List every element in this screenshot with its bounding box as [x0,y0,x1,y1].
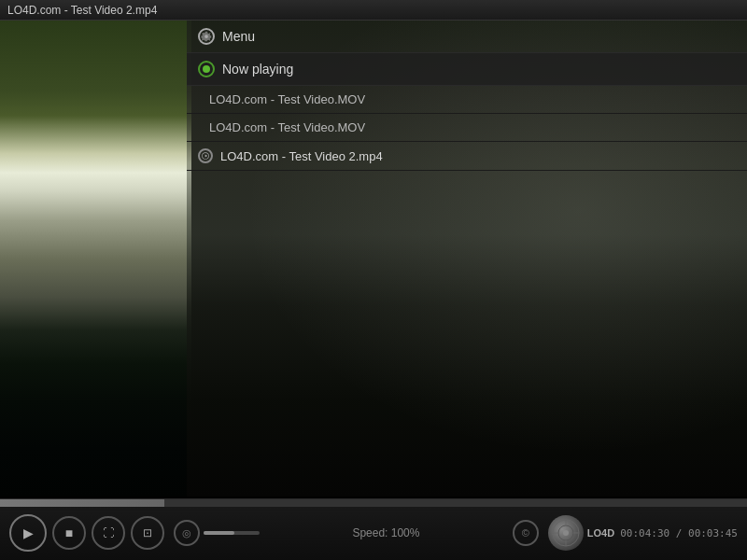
stop-button[interactable]: ■ [52,516,86,550]
playlist-item-3[interactable]: LO4D.com - Test Video 2.mp4 [187,142,747,171]
menu-overlay: Menu Now playing LO4D.com - Test Video.M… [187,21,747,171]
now-playing-item[interactable]: Now playing [187,53,747,86]
progress-fill [0,499,164,507]
title-bar: LO4D.com - Test Video 2.mp4 [0,0,747,21]
volume-fill [204,531,234,535]
playlist-item-3-label: LO4D.com - Test Video 2.mp4 [220,149,383,163]
window-title: LO4D.com - Test Video 2.mp4 [7,4,157,17]
copyright-button[interactable]: © [513,520,539,546]
menu-item[interactable]: Menu [187,21,747,53]
speed-label: Speed: 100% [265,526,507,539]
progress-bar[interactable] [0,499,747,507]
time-display: 00:04:30 / 00:03:45 [620,527,738,539]
menu-gear-icon [198,28,215,45]
now-playing-label: Now playing [222,62,293,77]
snapshot-button[interactable]: ⊡ [131,516,164,550]
play-icon: ▶ [23,525,34,540]
playlist-item-1[interactable]: LO4D.com - Test Video.MOV [187,86,747,114]
progress-remaining [164,499,747,507]
playlist-item-1-label: LO4D.com - Test Video.MOV [209,92,365,106]
playlist-item-3-icon [198,148,213,163]
volume-area: ◎ [174,520,260,546]
controls-bar: ▶ ■ ⛶ ⊡ ◎ Speed: 100% © [0,498,747,560]
video-area: Menu Now playing LO4D.com - Test Video.M… [0,21,747,497]
fullscreen-icon: ⛶ [103,526,114,539]
fullscreen-button[interactable]: ⛶ [92,516,125,550]
volume-slider[interactable] [204,531,260,535]
play-button[interactable]: ▶ [9,514,47,552]
copyright-icon: © [522,527,529,539]
logo-circle [548,515,584,551]
volume-icon[interactable]: ◎ [174,520,200,546]
controls-bottom: ▶ ■ ⛶ ⊡ ◎ Speed: 100% © [0,507,747,560]
logo-text: LO4D [587,527,614,539]
menu-label: Menu [222,29,255,44]
playlist-item-2[interactable]: LO4D.com - Test Video.MOV [187,114,747,142]
svg-point-2 [563,530,569,536]
snapshot-icon: ⊡ [143,526,152,539]
logo-area: LO4D [548,515,614,551]
cliff-scene [0,21,191,497]
playlist-item-2-label: LO4D.com - Test Video.MOV [209,120,365,134]
video-left-panel [0,21,191,497]
stop-icon: ■ [65,525,73,540]
now-playing-icon [198,61,215,77]
